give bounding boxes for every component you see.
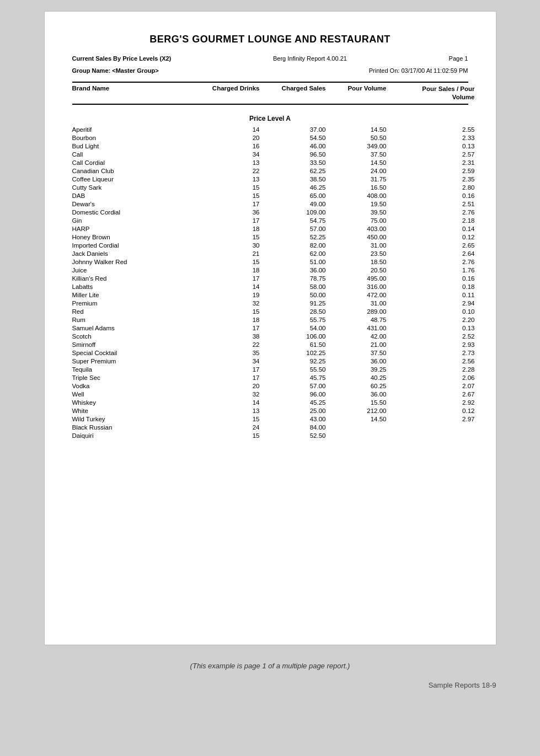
charged-sales: 102.25 [260,350,326,356]
charged-sales: 96.50 [260,151,326,158]
pour-ratio: 2.52 [387,333,475,340]
pour-volume: 349.00 [326,143,387,149]
table-row: Canadian Club 22 62.25 24.00 2.59 [72,167,468,175]
table-row: Domestic Cordial 36 109.00 39.50 2.76 [72,208,468,217]
pour-volume: 18.50 [326,259,387,265]
pour-ratio [387,432,475,439]
charged-sales: 92.25 [260,358,326,364]
charged-drinks: 18 [194,317,260,323]
charged-sales: 52.50 [260,432,326,439]
pour-ratio: 2.31 [387,159,475,166]
charged-drinks: 13 [194,408,260,414]
charged-drinks: 14 [194,399,260,406]
pour-ratio: 2.97 [387,416,475,422]
charged-drinks: 24 [194,424,260,431]
charged-sales: 84.00 [260,424,326,431]
pour-ratio: 2.06 [387,374,475,381]
charged-drinks: 38 [194,333,260,340]
charged-drinks: 17 [194,217,260,224]
brand-name: HARP [72,226,194,232]
pour-ratio: 2.28 [387,366,475,373]
table-row: Killian's Red 17 78.75 495.00 0.16 [72,275,468,283]
pour-ratio: 2.51 [387,201,475,207]
meta-left: Current Sales By Price Levels (X2) [72,55,172,62]
brand-name: Daiquiri [72,432,194,439]
table-row: Call Cordial 13 33.50 14.50 2.31 [72,159,468,167]
charged-sales: 37.00 [260,126,326,133]
table-header: Brand Name Charged Drinks Charged Sales … [72,82,468,105]
pour-ratio: 2.20 [387,317,475,323]
table-row: Wild Turkey 15 43.00 14.50 2.97 [72,415,468,423]
charged-drinks: 13 [194,159,260,166]
report-title: BERG'S GOURMET LOUNGE AND RESTAURANT [72,34,468,45]
charged-drinks: 15 [194,259,260,265]
brand-name: DAB [72,192,194,199]
charged-sales: 109.00 [260,209,326,216]
pour-volume: 212.00 [326,408,387,414]
charged-drinks: 17 [194,325,260,331]
charged-sales: 57.00 [260,383,326,389]
pour-volume: 31.00 [326,300,387,307]
meta-right: Page 1 [449,55,468,62]
bottom-label: Sample Reports 18-9 [44,681,496,689]
pour-ratio: 2.59 [387,168,475,174]
charged-sales: 33.50 [260,159,326,166]
table-row: Premium 32 91.25 31.00 2.94 [72,299,468,308]
pour-ratio: 2.94 [387,300,475,307]
pour-ratio: 0.11 [387,292,475,298]
brand-name: Jack Daniels [72,250,194,257]
pour-volume: 495.00 [326,275,387,282]
pour-ratio: 2.65 [387,242,475,249]
pour-ratio: 2.18 [387,217,475,224]
table-row: Coffee Liqueur 13 38.50 31.75 2.35 [72,175,468,184]
pour-volume: 23.50 [326,250,387,257]
group-line: Group Name: <Master Group> Printed On: 0… [72,67,468,74]
pour-volume: 50.50 [326,135,387,141]
group-left: Group Name: <Master Group> [72,67,159,74]
brand-name: Bourbon [72,135,194,141]
brand-name: Domestic Cordial [72,209,194,216]
brand-name: Samuel Adams [72,325,194,331]
pour-ratio: 2.67 [387,391,475,398]
col-charged-sales: Charged Sales [260,85,326,101]
pour-volume: 48.75 [326,317,387,323]
pour-ratio: 0.16 [387,192,475,199]
charged-drinks: 34 [194,358,260,364]
brand-name: Aperitif [72,126,194,133]
pour-ratio: 2.73 [387,350,475,356]
pour-volume: 403.00 [326,226,387,232]
table-row: Triple Sec 17 45.75 40.25 2.06 [72,374,468,382]
pour-ratio: 2.57 [387,151,475,158]
charged-drinks: 20 [194,135,260,141]
brand-name: Call Cordial [72,159,194,166]
charged-drinks: 35 [194,350,260,356]
brand-name: Canadian Club [72,168,194,174]
pour-volume: 31.75 [326,176,387,183]
charged-drinks: 21 [194,250,260,257]
charged-drinks: 32 [194,391,260,398]
charged-sales: 43.00 [260,416,326,422]
charged-sales: 78.75 [260,275,326,282]
charged-drinks: 17 [194,201,260,207]
table-row: Red 15 28.50 289.00 0.10 [72,308,468,316]
table-row: White 13 25.00 212.00 0.12 [72,407,468,415]
pour-volume: 19.50 [326,201,387,207]
brand-name: Super Premium [72,358,194,364]
charged-sales: 52.25 [260,234,326,240]
table-row: Cutty Sark 15 46.25 16.50 2.80 [72,184,468,192]
brand-name: Well [72,391,194,398]
pour-volume: 24.00 [326,168,387,174]
charged-drinks: 15 [194,234,260,240]
charged-sales: 38.50 [260,176,326,183]
pour-volume: 40.25 [326,374,387,381]
table-row: Smirnoff 22 61.50 21.00 2.93 [72,341,468,349]
brand-name: White [72,408,194,414]
charged-sales: 46.00 [260,143,326,149]
table-row: Samuel Adams 17 54.00 431.00 0.13 [72,324,468,333]
charged-sales: 58.00 [260,283,326,290]
col-brand-name: Brand Name [72,85,194,101]
brand-name: Labatts [72,283,194,290]
table-row: Gin 17 54.75 75.00 2.18 [72,217,468,225]
pour-volume: 20.50 [326,267,387,274]
pour-volume: 31.00 [326,242,387,249]
